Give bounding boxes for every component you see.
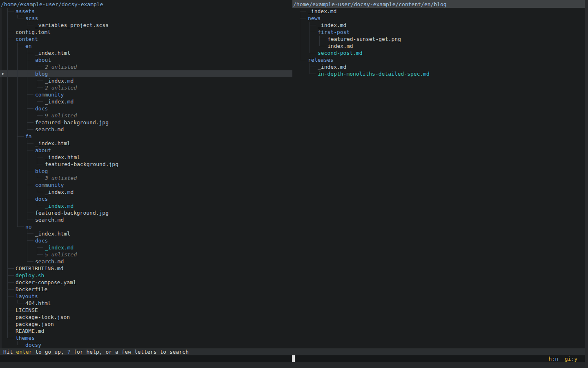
tree-row[interactable]: 9 unlisted (0, 112, 292, 119)
tree-row[interactable]: about (0, 56, 292, 63)
tree-branch (6, 272, 16, 279)
tree-guide (25, 154, 35, 161)
tree-branch (16, 15, 25, 22)
tree-branch (25, 237, 35, 244)
tree-row[interactable]: index.md (292, 43, 588, 49)
tree-row[interactable]: package.json (0, 321, 292, 328)
tree-row[interactable]: featured-background.jpg (0, 209, 292, 216)
dir-label: assets (16, 8, 35, 15)
tree-row[interactable]: releases (292, 56, 588, 63)
tree-branch (6, 36, 16, 43)
tree-row[interactable]: no (0, 223, 292, 230)
tree-row[interactable]: news (292, 15, 588, 22)
tree-guide (6, 147, 16, 154)
tree-row[interactable]: docs (0, 105, 292, 112)
tree-row[interactable]: _index.md (0, 202, 292, 209)
tree-row[interactable]: fa (0, 133, 292, 140)
tree-row[interactable]: 3 unlisted (0, 175, 292, 182)
tree-row[interactable]: _index.md (0, 77, 292, 84)
tree-row[interactable]: search.md (0, 216, 292, 223)
tree-row[interactable]: config.toml (0, 29, 292, 36)
tree-row[interactable]: LICENSE (0, 307, 292, 314)
tree-row[interactable]: _index.html (0, 154, 292, 161)
tree-row[interactable]: about (0, 147, 292, 154)
right-panel-path: /home/example-user/docsy-example/content… (292, 0, 585, 8)
tree-guide (16, 230, 25, 237)
tree-row[interactable]: featured-sunset-get.png (292, 36, 588, 43)
broot-window: /home/example-user/docsy-example assetss… (0, 0, 588, 368)
command-input[interactable]: :e h:n gi:y (0, 355, 588, 362)
tree-row[interactable]: package-lock.json (0, 314, 292, 321)
tree-row[interactable]: assets (0, 8, 292, 15)
tree-row[interactable]: blog (0, 168, 292, 175)
tree-row[interactable]: community (0, 182, 292, 188)
tree-row[interactable]: _index.md (0, 244, 292, 251)
tree-row[interactable]: Dockerfile (0, 286, 292, 293)
tree-row[interactable]: featured-background.jpg (0, 119, 292, 126)
tree-branch (25, 230, 35, 237)
tree-row[interactable]: community (0, 91, 292, 98)
mode-hint (558, 356, 565, 362)
tree-row[interactable]: docker-compose.yaml (0, 279, 292, 286)
tree-row[interactable]: deploy.sh (0, 272, 292, 279)
scrollbar-track[interactable] (585, 0, 588, 368)
tree-guide (298, 36, 308, 43)
tree-row[interactable]: layouts (0, 293, 292, 300)
tree-guide (6, 133, 16, 140)
tree-branch (6, 334, 16, 341)
tree-row[interactable]: first-post (292, 29, 588, 36)
tree-branch (25, 91, 35, 98)
tree-row[interactable]: search.md (0, 258, 292, 265)
tree-branch (6, 29, 16, 36)
tree-guide (298, 22, 308, 29)
tree-guide (6, 49, 16, 56)
tree-row[interactable]: _index.md (292, 63, 588, 70)
tree-guide (16, 112, 25, 119)
tree-row[interactable]: _variables_project.scss (0, 22, 292, 29)
tree-row[interactable]: _index.md (292, 22, 588, 29)
tree-row[interactable]: _index.html (0, 49, 292, 56)
tree-row[interactable]: _index.html (0, 230, 292, 237)
tree-row[interactable]: en (0, 43, 292, 49)
tree-row[interactable]: docs (0, 237, 292, 244)
tree-branch (35, 188, 45, 195)
tree-row[interactable]: 5 unlisted (0, 251, 292, 258)
tree-row[interactable]: README.md (0, 328, 292, 334)
tree-row[interactable]: second-post.md (292, 49, 588, 56)
tree-row[interactable]: scss (0, 15, 292, 22)
tree-row[interactable]: themes (0, 334, 292, 341)
file-label: _index.md (308, 8, 336, 15)
tree-row[interactable]: _index.md (0, 98, 292, 105)
file-label: _variables_project.scss (35, 22, 109, 29)
dir-label: releases (308, 56, 334, 63)
tree-guide (16, 56, 25, 63)
tree-branch (308, 29, 318, 36)
tree-row[interactable]: featured-background.jpg (0, 161, 292, 168)
tree-row[interactable]: 404.html (0, 300, 292, 307)
mode-hint: : (571, 356, 574, 362)
tree-row[interactable]: docs (0, 195, 292, 202)
tree-guide (16, 63, 25, 70)
tree-guide (16, 91, 25, 98)
tree-branch (16, 133, 25, 140)
tree-guide (16, 70, 25, 77)
tree-row[interactable]: 2 unlisted (0, 84, 292, 91)
tree-row[interactable]: in-depth-monoliths-detailed-spec.md (292, 70, 588, 77)
tree-row[interactable]: CONTRIBUTING.md (0, 265, 292, 272)
tree-guide (6, 341, 16, 348)
tree-row[interactable]: ▶blog (0, 70, 292, 77)
tree-guide (298, 63, 308, 70)
file-label: in-depth-monoliths-detailed-spec.md (318, 70, 430, 77)
file-label: featured-background.jpg (35, 209, 109, 216)
tree-guide (25, 98, 35, 105)
tree-row[interactable]: search.md (0, 126, 292, 133)
tree-row[interactable]: _index.md (292, 8, 588, 15)
tree-guide (25, 84, 35, 91)
tree-row[interactable]: content (0, 36, 292, 43)
tree-row[interactable]: _index.md (0, 188, 292, 195)
tree-row[interactable]: _index.html (0, 140, 292, 147)
tree-row[interactable]: docsy (0, 341, 292, 348)
file-label: _index.md (45, 244, 74, 251)
tree-guide (25, 244, 35, 251)
tree-row[interactable]: 2 unlisted (0, 63, 292, 70)
